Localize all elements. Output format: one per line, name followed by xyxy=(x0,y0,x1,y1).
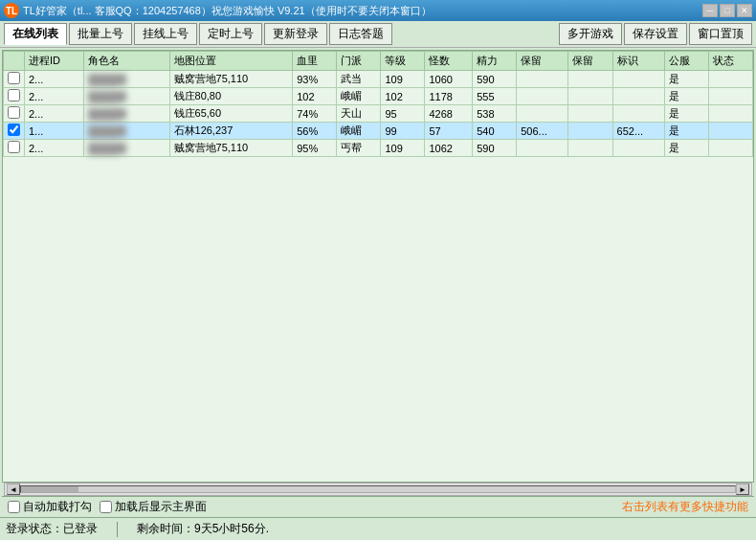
col-header-精力: 精力 xyxy=(473,52,517,71)
minimize-button[interactable]: ─ xyxy=(702,4,718,17)
table-body: 2...████贼窝营地75,11093%武当1091060590是2...██… xyxy=(4,71,753,157)
row-checkbox-cell[interactable] xyxy=(4,140,25,157)
row-mark xyxy=(612,88,664,105)
row-map: 钱庄65,60 xyxy=(169,105,293,123)
row-server: 是 xyxy=(664,140,708,157)
row-energy: 555 xyxy=(473,88,517,105)
title-text: TL好管家（tl... 客服QQ：1204257468）祝您游戏愉快 V9.21… xyxy=(23,4,702,18)
btn-多开游戏[interactable]: 多开游戏 xyxy=(559,23,622,45)
row-res1 xyxy=(517,88,568,105)
row-pid: 2... xyxy=(25,140,84,157)
col-header-地图位置: 地图位置 xyxy=(169,52,293,71)
row-status xyxy=(708,123,752,140)
row-hp: 95% xyxy=(293,140,337,157)
row-mobs: 4268 xyxy=(425,105,473,123)
login-value: 已登录 xyxy=(63,521,98,537)
row-checkbox-cell[interactable] xyxy=(4,71,25,88)
row-res2 xyxy=(568,88,612,105)
table-wrapper[interactable]: 进程ID角色名地图位置血里门派等级怪数精力保留保留标识公服状态 2...████… xyxy=(2,50,754,483)
table-row[interactable]: 1...████石林126,23756%峨嵋9957540506...652..… xyxy=(4,123,753,140)
col-header-保留: 保留 xyxy=(517,52,568,71)
table-row[interactable]: 2...████钱庄65,6074%天山954268538是 xyxy=(4,105,753,123)
col-header-标识: 标识 xyxy=(612,52,664,71)
row-mark xyxy=(612,71,664,88)
close-button[interactable]: ✕ xyxy=(737,4,752,17)
row-sect: 武当 xyxy=(337,71,381,88)
row-level: 99 xyxy=(381,123,425,140)
auto-load-checkbox-label[interactable]: 自动加载打勾 xyxy=(8,499,92,515)
row-server: 是 xyxy=(664,123,708,140)
scrollbar-track[interactable] xyxy=(20,485,736,493)
show-main-checkbox[interactable] xyxy=(100,501,112,513)
row-hp: 102 xyxy=(293,88,337,105)
row-status xyxy=(708,88,752,105)
time-label: 剩余时间： xyxy=(137,521,194,537)
row-mobs: 1062 xyxy=(425,140,473,157)
tab-批量上号[interactable]: 批量上号 xyxy=(69,23,132,45)
row-mobs: 1060 xyxy=(425,71,473,88)
maximize-button[interactable]: □ xyxy=(720,4,735,17)
status-divider xyxy=(117,522,118,537)
row-energy: 590 xyxy=(473,140,517,157)
row-checkbox-cell[interactable] xyxy=(4,105,25,123)
col-header-等级: 等级 xyxy=(381,52,425,71)
tab-定时上号[interactable]: 定时上号 xyxy=(199,23,262,45)
tab-日志答题[interactable]: 日志答题 xyxy=(329,23,392,45)
app-icon: TL xyxy=(4,3,19,18)
row-pid: 1... xyxy=(25,123,84,140)
table-row[interactable]: 2...████贼窝营地75,11093%武当1091060590是 xyxy=(4,71,753,88)
row-map: 贼窝营地75,110 xyxy=(169,71,293,88)
row-mobs: 57 xyxy=(425,123,473,140)
scroll-left-arrow[interactable]: ◄ xyxy=(7,484,20,495)
row-res2 xyxy=(568,123,612,140)
row-name: ████ xyxy=(84,140,169,157)
row-hp: 74% xyxy=(293,105,337,123)
row-map: 石林126,237 xyxy=(169,123,293,140)
row-energy: 590 xyxy=(473,71,517,88)
row-checkbox-cell[interactable] xyxy=(4,123,25,140)
row-status xyxy=(708,140,752,157)
scroll-right-arrow[interactable]: ► xyxy=(736,484,749,495)
bottom-hint: 右击列表有更多快捷功能 xyxy=(622,499,748,515)
btn-保存设置[interactable]: 保存设置 xyxy=(624,23,687,45)
row-res1: 506... xyxy=(517,123,568,140)
row-res1 xyxy=(517,105,568,123)
row-res2 xyxy=(568,71,612,88)
row-checkbox[interactable] xyxy=(8,141,20,153)
btn-窗口置顶[interactable]: 窗口置顶 xyxy=(689,23,752,45)
row-checkbox[interactable] xyxy=(8,89,20,101)
row-sect: 丐帮 xyxy=(337,140,381,157)
row-res1 xyxy=(517,140,568,157)
col-header-角色名: 角色名 xyxy=(84,52,169,71)
login-label: 登录状态： xyxy=(6,521,63,537)
table-row[interactable]: 2...████贼窝营地75,11095%丐帮1091062590是 xyxy=(4,140,753,157)
col-header-check xyxy=(4,52,25,71)
tab-更新登录[interactable]: 更新登录 xyxy=(264,23,327,45)
tab-挂线上号[interactable]: 挂线上号 xyxy=(134,23,197,45)
row-checkbox[interactable] xyxy=(8,106,20,119)
row-checkbox[interactable] xyxy=(8,124,20,136)
row-mark: 652... xyxy=(612,123,664,140)
horizontal-scrollbar[interactable]: ◄ ► xyxy=(4,483,752,496)
tab-在线列表[interactable]: 在线列表 xyxy=(4,23,67,45)
row-status xyxy=(708,71,752,88)
row-name: ████ xyxy=(84,88,169,105)
table-header: 进程ID角色名地图位置血里门派等级怪数精力保留保留标识公服状态 xyxy=(4,52,753,71)
table-row[interactable]: 2...████钱庄80,80102峨嵋1021178555是 xyxy=(4,88,753,105)
auto-load-checkbox[interactable] xyxy=(8,501,20,513)
row-server: 是 xyxy=(664,88,708,105)
toolbar-right: 多开游戏保存设置窗口置顶 xyxy=(559,23,752,45)
row-level: 109 xyxy=(381,71,425,88)
show-main-checkbox-label[interactable]: 加载后显示主界面 xyxy=(100,499,207,515)
scrollbar-thumb[interactable] xyxy=(21,486,78,492)
row-level: 95 xyxy=(381,105,425,123)
row-status xyxy=(708,105,752,123)
row-pid: 2... xyxy=(25,71,84,88)
row-checkbox[interactable] xyxy=(8,72,20,84)
row-mark xyxy=(612,105,664,123)
row-pid: 2... xyxy=(25,105,84,123)
row-server: 是 xyxy=(664,105,708,123)
row-checkbox-cell[interactable] xyxy=(4,88,25,105)
row-name: ████ xyxy=(84,71,169,88)
row-pid: 2... xyxy=(25,88,84,105)
